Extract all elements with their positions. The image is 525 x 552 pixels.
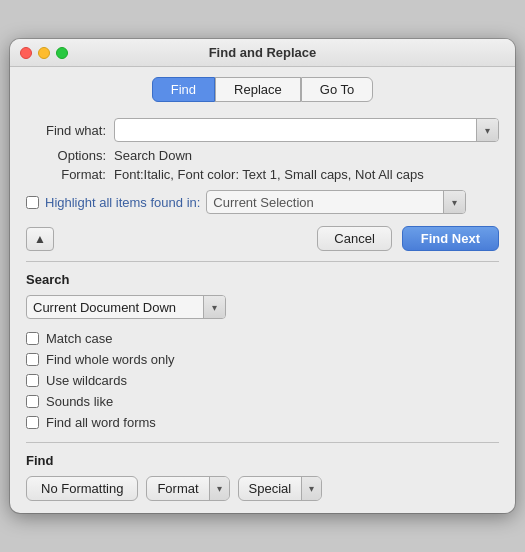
highlight-label: Highlight all items found in:: [45, 195, 200, 210]
cancel-button[interactable]: Cancel: [317, 226, 391, 251]
highlight-select[interactable]: Current SelectionMain Document: [207, 193, 443, 212]
word-forms-label: Find all word forms: [46, 415, 156, 430]
find-input-wrap: ▾: [114, 118, 499, 142]
close-button[interactable]: [20, 47, 32, 59]
special-dropdown-label: Special: [239, 477, 302, 500]
match-case-label: Match case: [46, 331, 112, 346]
highlight-row: Highlight all items found in: Current Se…: [26, 190, 499, 214]
checkbox-wildcards: Use wildcards: [26, 373, 499, 388]
options-value: Search Down: [114, 148, 192, 163]
checkbox-group: Match case Find whole words only Use wil…: [26, 331, 499, 430]
traffic-lights: [20, 47, 68, 59]
dialog-content: Find what: ▾ Options: Search Down Format…: [10, 110, 515, 513]
find-buttons: No Formatting Format ▾ Special ▾: [26, 476, 499, 501]
checkbox-whole-words: Find whole words only: [26, 352, 499, 367]
highlight-select-wrap: Current SelectionMain Document ▾: [206, 190, 466, 214]
find-what-label: Find what:: [26, 123, 106, 138]
special-dropdown-button[interactable]: Special ▾: [238, 476, 323, 501]
format-dropdown-arrow-icon[interactable]: ▾: [209, 477, 229, 500]
whole-words-checkbox[interactable]: [26, 353, 39, 366]
find-section-label: Find: [26, 453, 499, 468]
special-dropdown-arrow-icon[interactable]: ▾: [301, 477, 321, 500]
find-input-dropdown-arrow[interactable]: ▾: [476, 119, 498, 141]
format-dropdown-label: Format: [147, 477, 208, 500]
sounds-like-checkbox[interactable]: [26, 395, 39, 408]
find-input[interactable]: [115, 119, 476, 141]
search-dropdown[interactable]: Current Document DownCurrent Document Up…: [27, 298, 203, 317]
format-row: Format: Font:Italic, Font color: Text 1,…: [26, 167, 499, 182]
match-case-checkbox[interactable]: [26, 332, 39, 345]
collapse-button[interactable]: ▲: [26, 227, 54, 251]
find-what-row: Find what: ▾: [26, 118, 499, 142]
highlight-checkbox[interactable]: [26, 196, 39, 209]
format-dropdown-button[interactable]: Format ▾: [146, 476, 229, 501]
sounds-like-label: Sounds like: [46, 394, 113, 409]
wildcards-checkbox[interactable]: [26, 374, 39, 387]
checkbox-word-forms: Find all word forms: [26, 415, 499, 430]
whole-words-label: Find whole words only: [46, 352, 175, 367]
no-formatting-button[interactable]: No Formatting: [26, 476, 138, 501]
options-row: Options: Search Down: [26, 148, 499, 163]
find-replace-dialog: Find and Replace Find Replace Go To Find…: [10, 39, 515, 513]
action-buttons: Cancel Find Next: [317, 226, 499, 251]
tab-find[interactable]: Find: [152, 77, 215, 102]
checkbox-match-case: Match case: [26, 331, 499, 346]
tab-goto[interactable]: Go To: [301, 77, 373, 102]
minimize-button[interactable]: [38, 47, 50, 59]
search-section-label: Search: [26, 272, 499, 287]
search-dropdown-arrow-icon[interactable]: ▾: [203, 296, 225, 318]
search-dropdown-wrap: Current Document DownCurrent Document Up…: [26, 295, 226, 319]
wildcards-label: Use wildcards: [46, 373, 127, 388]
options-label: Options:: [26, 148, 106, 163]
highlight-select-arrow-icon[interactable]: ▾: [443, 191, 465, 213]
tab-replace[interactable]: Replace: [215, 77, 301, 102]
format-value: Font:Italic, Font color: Text 1, Small c…: [114, 167, 424, 182]
title-bar: Find and Replace: [10, 39, 515, 67]
format-label: Format:: [26, 167, 106, 182]
window-title: Find and Replace: [209, 45, 317, 60]
find-section-divider: [26, 442, 499, 443]
find-next-button[interactable]: Find Next: [402, 226, 499, 251]
word-forms-checkbox[interactable]: [26, 416, 39, 429]
maximize-button[interactable]: [56, 47, 68, 59]
checkbox-sounds-like: Sounds like: [26, 394, 499, 409]
tab-bar: Find Replace Go To: [10, 67, 515, 110]
bottom-buttons-row: ▲ Cancel Find Next: [26, 224, 499, 251]
section-divider: [26, 261, 499, 262]
